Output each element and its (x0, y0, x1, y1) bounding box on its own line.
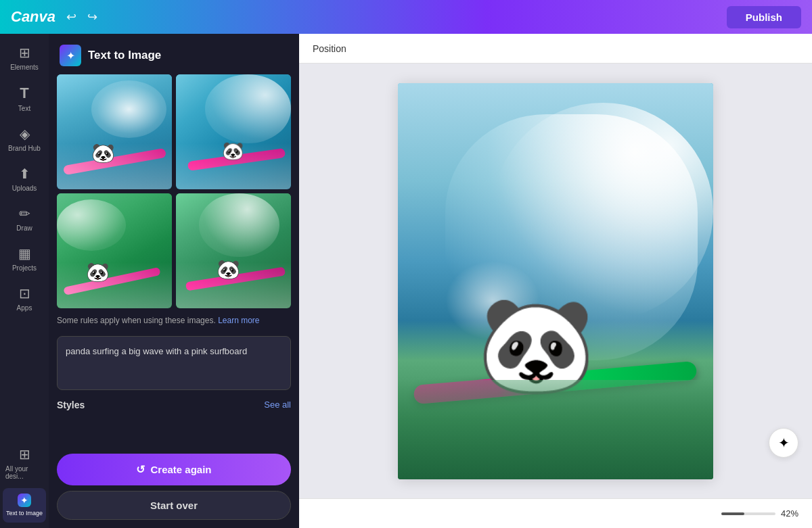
sidebar-item-label: Apps (17, 304, 32, 312)
wave-overlay-3 (57, 262, 172, 308)
canvas-bottombar: 42% (299, 498, 812, 528)
learn-more-link[interactable]: Learn more (218, 316, 259, 325)
sidebar-item-label: Text to Image (6, 510, 43, 517)
sidebar-item-all-designs[interactable]: ⊞ All your desi... (3, 441, 46, 485)
zoom-percentage: 42% (781, 508, 798, 519)
zoom-controls: 42% (721, 508, 798, 519)
create-again-button[interactable]: ↺ Create again (57, 454, 291, 485)
sidebar-item-brand-hub[interactable]: ◈ Brand Hub (3, 120, 46, 158)
elements-icon: ⊞ (19, 45, 30, 61)
sidebar-item-label: Uploads (12, 185, 37, 192)
uploads-icon: ⬆ (19, 166, 30, 182)
magic-icon: ✦ (778, 435, 790, 451)
styles-label: Styles (57, 400, 85, 410)
sidebar-item-label: Elements (10, 64, 39, 71)
apps-icon: ⊡ (19, 285, 30, 302)
panel-title: Text to Image (88, 49, 161, 62)
generated-image-4[interactable]: 🐼 (176, 193, 291, 308)
sidebar-item-text-to-image[interactable]: ✦ Text to Image (3, 488, 46, 523)
sidebar-item-uploads[interactable]: ⬆ Uploads (3, 160, 46, 197)
canvas-toolbar: Position (299, 34, 812, 64)
publish-button[interactable]: Publish (727, 6, 801, 28)
generated-image-2[interactable]: 🐼 (176, 74, 291, 189)
all-designs-icon: ⊞ (19, 446, 30, 462)
panda-surf-visual-1: 🐼 (57, 74, 172, 189)
redo-button[interactable]: ↪ (87, 9, 97, 24)
canvas-content: 🐼 ✦ (299, 64, 812, 498)
brand-hub-icon: ◈ (20, 126, 30, 142)
see-all-button[interactable]: See all (264, 400, 291, 410)
zoom-fill (721, 512, 744, 515)
panda-surf-visual-3: 🐼 (57, 193, 172, 308)
sidebar-item-draw[interactable]: ✏ Draw (3, 200, 46, 237)
sidebar-item-apps[interactable]: ⊡ Apps (3, 280, 46, 317)
text-to-image-panel-icon: ✦ (66, 49, 75, 62)
magic-button[interactable]: ✦ (769, 428, 798, 458)
projects-icon: ▦ (18, 245, 31, 262)
main-layout: ⊞ Elements T Text ◈ Brand Hub ⬆ Uploads … (0, 34, 812, 528)
panel-buttons: ↺ Create again Start over (49, 448, 299, 528)
panda-surf-visual-2: 🐼 (176, 74, 291, 189)
topbar: Canva ↩ ↪ Publish (0, 0, 812, 34)
generated-image-3[interactable]: 🐼 (57, 193, 172, 308)
sidebar-item-label: Text (18, 105, 30, 112)
sidebar-item-label: Draw (16, 224, 32, 232)
generated-image-1[interactable]: 🐼 (57, 74, 172, 189)
zoom-bar[interactable] (721, 512, 775, 515)
panda-surf-visual-4: 🐼 (176, 193, 291, 308)
canva-logo: Canva (11, 8, 55, 26)
topbar-left: Canva ↩ ↪ (11, 8, 97, 26)
text-icon: T (20, 85, 28, 102)
position-label: Position (313, 43, 346, 54)
panel-header-icon: ✦ (60, 45, 81, 66)
draw-icon: ✏ (19, 206, 30, 222)
panel: ✦ Text to Image 🐼 (49, 34, 299, 528)
create-again-icon: ↺ (136, 463, 145, 476)
rules-text: Some rules apply when using these images… (49, 308, 299, 333)
sidebar-item-label: All your desi... (5, 465, 43, 480)
sidebar-item-label: Projects (12, 264, 37, 272)
image-grid: 🐼 🐼 🐼 (49, 74, 299, 308)
sidebar-item-projects[interactable]: ▦ Projects (3, 240, 46, 277)
sidebar-item-elements[interactable]: ⊞ Elements (3, 39, 46, 76)
main-panda-image: 🐼 (398, 83, 713, 479)
start-over-button[interactable]: Start over (57, 491, 291, 520)
panel-header: ✦ Text to Image (49, 34, 299, 74)
styles-header: Styles See all (49, 393, 299, 414)
undo-button[interactable]: ↩ (66, 9, 76, 24)
icon-sidebar: ⊞ Elements T Text ◈ Brand Hub ⬆ Uploads … (0, 34, 49, 528)
sidebar-item-text[interactable]: T Text (3, 79, 46, 118)
main-image-container[interactable]: 🐼 (398, 83, 713, 479)
text-to-image-icon: ✦ (18, 494, 31, 507)
sidebar-item-label: Brand Hub (8, 145, 41, 152)
prompt-textarea[interactable]: panda surfing a big wave with a pink sur… (57, 336, 291, 390)
canvas-area: Position 🐼 (299, 34, 812, 528)
